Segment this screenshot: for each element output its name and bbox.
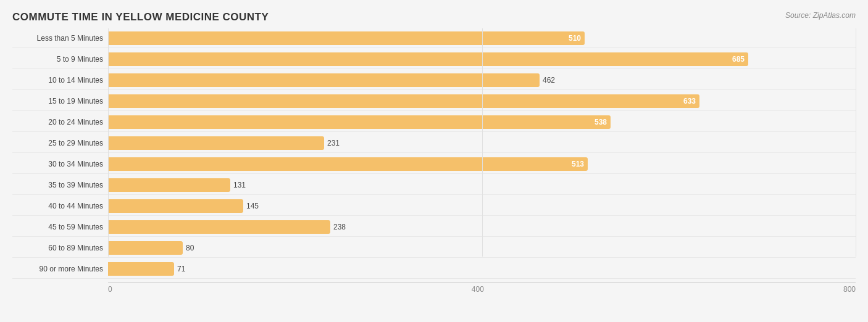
bar-row: 45 to 59 Minutes238: [12, 217, 856, 237]
chart-title: COMMUTE TIME IN YELLOW MEDICINE COUNTY: [12, 11, 856, 23]
grid-line: [856, 28, 856, 257]
bar-label: 30 to 34 Minutes: [12, 160, 108, 168]
chart-source: Source: ZipAtlas.com: [785, 11, 856, 20]
bar-value: 538: [595, 118, 607, 126]
bar-label: 35 to 39 Minutes: [12, 181, 108, 189]
bar-row: 25 to 29 Minutes231: [12, 133, 856, 153]
bar-label: 40 to 44 Minutes: [12, 202, 108, 210]
bar-row: 35 to 39 Minutes131: [12, 175, 856, 195]
bar-label: 25 to 29 Minutes: [12, 139, 108, 147]
bar-fill: 633: [108, 94, 699, 108]
bar-row: 60 to 89 Minutes80: [12, 238, 856, 258]
chart-area: Less than 5 Minutes5105 to 9 Minutes6851…: [12, 28, 856, 294]
bar-row: 30 to 34 Minutes513: [12, 154, 856, 174]
bar-fill: [108, 136, 324, 150]
grid-line: [482, 28, 483, 257]
bar-label: 60 to 89 Minutes: [12, 244, 108, 252]
bar-value: 231: [327, 139, 340, 147]
bar-label: 90 or more Minutes: [12, 265, 108, 273]
bar-value: 462: [543, 76, 555, 85]
bar-fill: [108, 262, 174, 276]
bar-row: 90 or more Minutes71: [12, 259, 856, 279]
bar-label: 15 to 19 Minutes: [12, 97, 108, 105]
bar-value: 510: [569, 34, 581, 43]
bar-fill: 510: [108, 31, 585, 45]
bar-value: 685: [732, 55, 745, 64]
bar-value: 145: [246, 202, 259, 210]
bar-label: 20 to 24 Minutes: [12, 118, 108, 126]
bar-label: 10 to 14 Minutes: [12, 76, 108, 85]
bar-value: 633: [683, 97, 696, 105]
bar-fill: 513: [108, 157, 588, 171]
bar-fill: 685: [108, 52, 748, 66]
x-tick: 0: [108, 285, 112, 294]
x-axis: 0400800: [108, 282, 856, 294]
bar-value: 513: [572, 160, 584, 168]
bar-value: 238: [333, 223, 346, 231]
bar-fill: [108, 241, 183, 255]
bar-label: Less than 5 Minutes: [12, 34, 108, 43]
bar-fill: [108, 73, 540, 87]
chart-container: COMMUTE TIME IN YELLOW MEDICINE COUNTY S…: [0, 0, 868, 322]
bar-value: 131: [233, 181, 246, 189]
bar-track: 71: [108, 259, 856, 278]
bar-value: 80: [186, 244, 194, 252]
bar-row: Less than 5 Minutes510: [12, 28, 856, 48]
bar-row: 20 to 24 Minutes538: [12, 112, 856, 132]
bar-label: 45 to 59 Minutes: [12, 223, 108, 231]
x-tick: 800: [843, 285, 856, 294]
bar-fill: 538: [108, 115, 611, 129]
bars-section: Less than 5 Minutes5105 to 9 Minutes6851…: [12, 28, 856, 275]
bar-fill: [108, 220, 330, 234]
bar-value: 71: [177, 265, 185, 273]
x-tick: 400: [472, 285, 484, 294]
bar-row: 5 to 9 Minutes685: [12, 49, 856, 69]
bar-row: 10 to 14 Minutes462: [12, 70, 856, 90]
bar-fill: [108, 199, 243, 213]
bar-label: 5 to 9 Minutes: [12, 55, 108, 64]
bar-fill: [108, 178, 230, 192]
bar-row: 15 to 19 Minutes633: [12, 91, 856, 111]
bar-row: 40 to 44 Minutes145: [12, 196, 856, 216]
grid-line: [108, 28, 109, 257]
